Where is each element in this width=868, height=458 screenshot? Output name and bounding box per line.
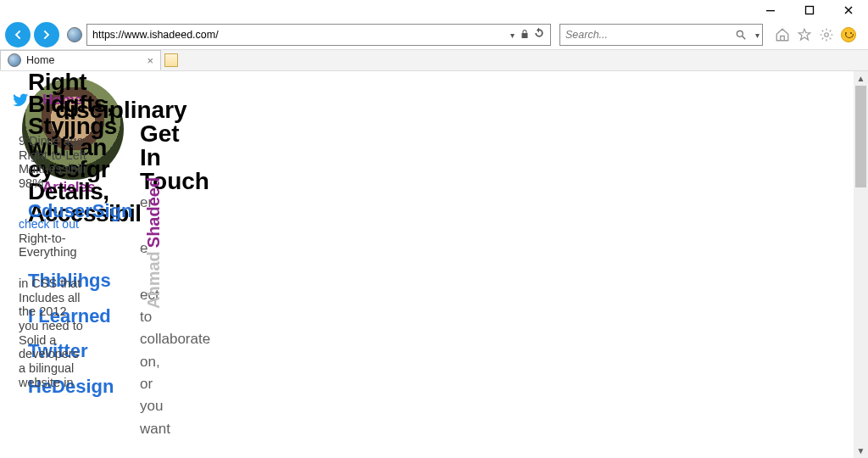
body-line: website in <box>19 376 129 390</box>
body-line: Right-to-Left <box>19 148 129 163</box>
lock-icon[interactable] <box>518 27 531 42</box>
body-line: developers <box>19 347 129 361</box>
minimize-button[interactable] <box>751 0 790 20</box>
search-dropdown-icon[interactable]: ▾ <box>752 31 762 40</box>
body-line: collaborate <box>140 328 225 350</box>
toolbar-right-icons <box>775 27 856 42</box>
scrollbar-track[interactable] <box>854 86 868 444</box>
headline-line: disciplinary <box>55 98 242 122</box>
page-content: Home Articles Right Bidgfts, Styjjngs wi… <box>0 71 868 458</box>
vertical-scrollbar[interactable]: ▲ ▼ <box>854 71 868 458</box>
body-line: want <box>140 418 225 440</box>
search-box[interactable]: Search... ▾ <box>559 24 763 46</box>
home-icon[interactable] <box>775 27 790 42</box>
svg-rect-0 <box>766 10 775 11</box>
body-line: you need to <box>19 319 129 333</box>
body-line: in CSS that <box>19 276 129 291</box>
headline-line: Get <box>140 122 242 146</box>
tab-favicon <box>8 53 21 67</box>
scroll-down-button[interactable]: ▼ <box>854 444 868 458</box>
body-line: 98% <box>19 176 129 191</box>
headline-line: Right <box>28 71 223 93</box>
feedback-icon[interactable] <box>841 27 856 42</box>
back-button[interactable] <box>5 22 31 47</box>
body-line: on, <box>140 351 225 373</box>
scroll-up-button[interactable]: ▲ <box>854 71 868 86</box>
window-controls <box>751 0 868 20</box>
svg-rect-1 <box>806 7 814 14</box>
first-name: Ahmad <box>144 251 163 309</box>
reload-icon[interactable] <box>531 27 547 42</box>
body-line: Solid a <box>19 333 129 348</box>
settings-icon[interactable] <box>819 27 834 42</box>
body-line: you <box>140 395 225 417</box>
tab-title: Home <box>26 54 142 66</box>
tab-close-icon[interactable]: × <box>147 54 153 67</box>
browser-toolbar: https://www.ishadeed.com/ ▾ Search... ▾ <box>0 20 868 49</box>
twitter-icon[interactable] <box>12 92 29 112</box>
url-dropdown-icon[interactable]: ▾ <box>506 31 518 40</box>
svg-line-5 <box>743 36 746 40</box>
close-button[interactable] <box>829 0 868 20</box>
body-line: a bilingual <box>19 361 129 376</box>
last-name: Shadeed <box>144 177 163 248</box>
new-tab-button[interactable] <box>161 50 181 70</box>
body-line: Multi-essibili <box>19 162 129 176</box>
url-text[interactable]: https://www.ishadeed.com/ <box>91 29 506 41</box>
forward-button[interactable] <box>34 22 59 47</box>
body-line: Right-to- <box>19 232 129 246</box>
tab-home[interactable]: Home × <box>0 50 161 70</box>
headline-line: In <box>140 146 242 170</box>
body-text-stack: 9 Dincs ago Right-to-Left Multi-essibili… <box>19 134 129 389</box>
rotated-name: AhmadShadeed <box>144 177 164 309</box>
body-line: 9 Dincs ago <box>19 134 129 148</box>
svg-point-4 <box>737 31 743 36</box>
site-identity-icon[interactable] <box>66 26 83 43</box>
favorites-icon[interactable] <box>797 27 812 42</box>
search-icon[interactable] <box>730 29 752 41</box>
search-placeholder[interactable]: Search... <box>560 29 730 41</box>
body-line: to <box>140 306 225 328</box>
body-line: or <box>140 373 225 395</box>
svg-point-6 <box>825 33 829 37</box>
body-line: the 2012 <box>19 304 129 319</box>
tab-bar: Home × <box>0 49 868 71</box>
maximize-button[interactable] <box>790 0 829 20</box>
body-line: Includes all <box>19 291 129 305</box>
scrollbar-thumb[interactable] <box>855 86 866 187</box>
body-line: Everything <box>19 245 129 260</box>
address-bar[interactable]: https://www.ishadeed.com/ ▾ <box>86 24 551 46</box>
